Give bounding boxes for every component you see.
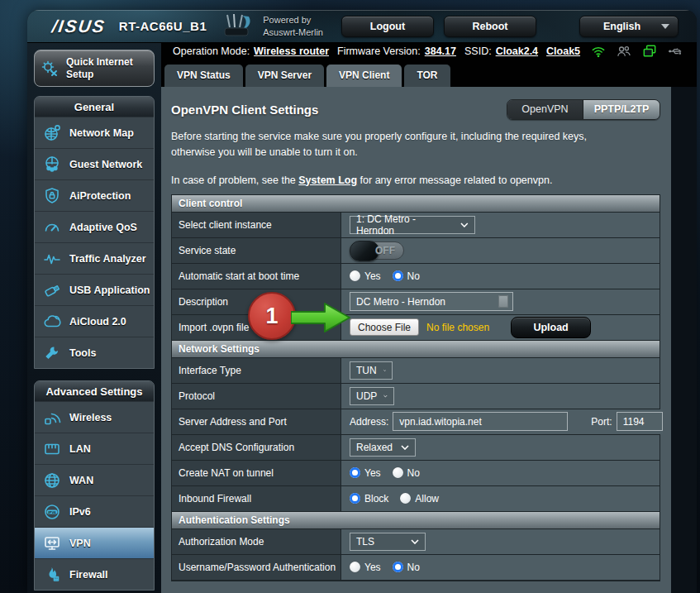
row-description: Description DC Metro - Herndon — [172, 289, 660, 315]
wireless-icon — [42, 408, 62, 428]
firewall-block-radio[interactable] — [350, 493, 360, 504]
quick-internet-setup-label: Quick Internet Setup — [66, 56, 149, 81]
choose-file-button[interactable]: Choose File — [350, 318, 419, 336]
vpn-type-toggle: OpenVPN PPTP/L2TP — [507, 99, 660, 120]
firewall-allow-radio[interactable] — [400, 493, 411, 504]
flame-icon — [42, 565, 62, 585]
wrench-icon — [42, 343, 62, 363]
chevron-down-icon — [460, 222, 469, 227]
usb-stick-icon — [42, 280, 62, 300]
row-protocol: Protocol UDP — [172, 384, 660, 409]
row-accept-dns: Accept DNS Configuration Relaxed — [172, 435, 660, 461]
sidebar-item-lan[interactable]: LAN — [35, 433, 154, 464]
tab-vpn-server[interactable]: VPN Server — [245, 65, 324, 87]
firmware-link[interactable]: 384.17 — [425, 45, 456, 57]
general-header: General — [35, 97, 154, 117]
sidebar-item-usb-application[interactable]: USB Application — [35, 274, 154, 305]
sidebar-item-aicloud[interactable]: AiCloud 2.0 — [35, 305, 154, 337]
vpn-client-panel: OpenVPN Client Settings OpenVPN PPTP/L2T… — [161, 87, 671, 593]
language-dropdown[interactable]: English — [579, 16, 679, 37]
auto-start-no-radio[interactable] — [393, 270, 403, 281]
top-banner: /ISUS RT-AC66U_B1 Powered by Asuswrt-Mer… — [27, 10, 697, 43]
sidebar-item-vpn[interactable]: VPN — [35, 527, 154, 558]
section-client-control: Client control — [172, 195, 660, 213]
tab-vpn-client[interactable]: VPN Client — [326, 65, 402, 87]
logout-button[interactable]: Logout — [341, 16, 434, 37]
authorization-mode-select[interactable]: TLS — [350, 533, 426, 551]
address-label: Address: — [350, 416, 388, 428]
general-nav-group: General Network Map Guest Network AiProt… — [34, 96, 155, 369]
protocol-select[interactable]: UDP — [350, 387, 394, 405]
page-title: OpenVPN Client Settings — [171, 103, 318, 117]
tab-tor[interactable]: TOR — [404, 65, 450, 87]
ssid-2g-link[interactable]: Cloak2.4 — [496, 45, 538, 57]
status-bar: Operation Mode: Wireless router Firmware… — [161, 43, 697, 60]
advanced-nav-group: Advanced Settings Wireless LAN WAN IPV6 … — [34, 380, 155, 591]
ssid-5g-link[interactable]: Cloak5 — [546, 45, 580, 57]
wifi-status-icon[interactable] — [590, 43, 607, 60]
section-authentication-settings: Authentication Settings — [172, 512, 660, 529]
powered-by: Powered by Asuswrt-Merlin — [263, 14, 323, 39]
sidebar-item-ipv6[interactable]: IPV6 IPv6 — [35, 495, 154, 527]
userpass-yes-radio[interactable] — [350, 562, 360, 572]
sidebar-item-aiprotection[interactable]: AiProtection — [35, 179, 154, 211]
waveform-icon — [42, 249, 62, 269]
chevron-down-icon — [401, 445, 409, 450]
row-authorization-mode: Authorization Mode TLS — [172, 529, 660, 555]
row-server-address-port: Server Address and Port Address: vpn.iad… — [172, 409, 660, 435]
auto-start-yes-radio[interactable] — [350, 270, 360, 281]
reboot-button[interactable]: Reboot — [444, 16, 536, 37]
usb-icon[interactable] — [667, 43, 683, 60]
sidebar-item-wan[interactable]: WAN — [35, 464, 154, 495]
sidebar: Quick Internet Setup General Network Map… — [27, 43, 161, 592]
tab-vpn-status[interactable]: VPN Status — [164, 65, 243, 87]
dns-config-select[interactable]: Relaxed — [350, 438, 416, 457]
devices-icon[interactable] — [641, 43, 658, 60]
note-text: In case of problem, see the System Log f… — [171, 175, 660, 186]
upload-button[interactable]: Upload — [511, 317, 591, 338]
row-inbound-firewall: Inbound Firewall Block Allow — [172, 486, 660, 512]
row-service-state: Service state OFF — [172, 238, 660, 264]
settings-table: Client control Select client instance 1:… — [171, 194, 660, 581]
userpass-no-radio[interactable] — [393, 562, 403, 572]
sidebar-item-tools[interactable]: Tools — [35, 337, 154, 368]
chevron-down-icon — [411, 539, 419, 544]
row-interface-type: Interface Type TUN — [172, 358, 660, 384]
server-address-input[interactable]: vpn.iad.witopia.net — [393, 412, 568, 431]
ssid-label: SSID: — [464, 45, 492, 57]
chevron-down-icon — [383, 368, 386, 373]
nat-yes-radio[interactable] — [350, 467, 360, 478]
sidebar-item-wireless[interactable]: Wireless — [35, 401, 154, 433]
openvpn-segment[interactable]: OpenVPN — [507, 100, 583, 119]
client-instance-select[interactable]: 1: DC Metro - Herndon — [350, 216, 475, 234]
router-model: RT-AC66U_B1 — [119, 19, 207, 33]
sidebar-item-guest-network[interactable]: Guest Network — [35, 148, 154, 179]
cloud-icon — [42, 312, 62, 332]
router-image — [221, 12, 260, 41]
server-port-input[interactable]: 1194 — [617, 412, 663, 431]
vpn-monitor-icon — [42, 533, 62, 553]
sidebar-item-network-map[interactable]: Network Map — [35, 117, 154, 148]
nat-no-radio[interactable] — [393, 467, 403, 478]
shield-lock-icon — [42, 186, 62, 206]
toggle-state-label: OFF — [375, 245, 395, 256]
port-label: Port: — [591, 416, 612, 428]
sidebar-item-firewall[interactable]: Firewall — [35, 558, 154, 590]
system-log-link[interactable]: System Log — [298, 175, 357, 186]
file-status-text: No file chosen — [426, 322, 489, 333]
interface-type-select[interactable]: TUN — [350, 361, 393, 380]
chevron-down-icon — [383, 394, 388, 399]
vpn-tabs: VPN Status VPN Server VPN Client TOR — [161, 60, 697, 87]
operation-mode-link[interactable]: Wireless router — [254, 45, 329, 57]
sidebar-item-traffic-analyzer[interactable]: Traffic Analyzer — [35, 242, 154, 274]
clients-icon[interactable] — [616, 43, 632, 60]
sidebar-item-adaptive-qos[interactable]: Adaptive QoS — [35, 211, 154, 242]
description-input[interactable]: DC Metro - Herndon — [350, 292, 513, 311]
pptp-l2tp-segment[interactable]: PPTP/L2TP — [583, 100, 660, 119]
row-select-client-instance: Select client instance 1: DC Metro - Her… — [172, 213, 660, 238]
quick-internet-setup-button[interactable]: Quick Internet Setup — [34, 50, 155, 87]
password-manager-extension-icon[interactable] — [498, 295, 508, 308]
row-import-ovpn: Import .ovpn file Choose File No file ch… — [172, 315, 660, 341]
service-state-toggle[interactable]: OFF — [350, 242, 404, 260]
intro-text: Before starting the service make sure yo… — [171, 129, 660, 160]
